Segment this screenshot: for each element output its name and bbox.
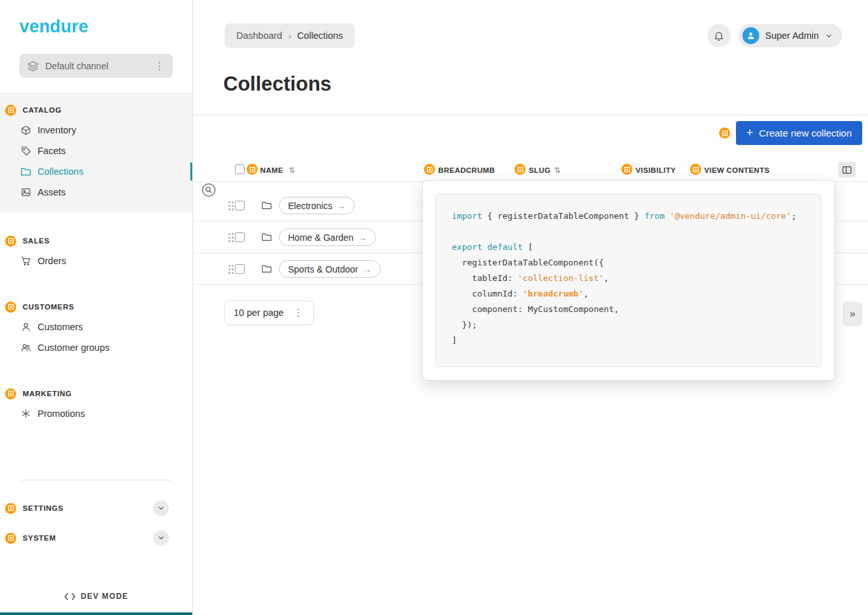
items-per-page-select[interactable]: 10 per page ⋮	[225, 300, 314, 325]
code-block: import { registerDataTableComponent } fr…	[436, 194, 821, 367]
channel-selector[interactable]: Default channel ⋮	[19, 54, 173, 78]
code-line: tableId: 'collection-list',	[452, 271, 821, 286]
code-token: [	[523, 242, 533, 252]
ui-extension-badge-icon[interactable]	[247, 164, 258, 175]
chevron-down-icon[interactable]	[153, 530, 169, 546]
sidebar-item-orders[interactable]: Orders	[0, 251, 192, 271]
column-header-slug[interactable]: SLUG	[529, 166, 551, 174]
sort-icon[interactable]: ⇅	[289, 166, 295, 175]
code-token: });	[452, 320, 477, 330]
channel-label: Default channel	[45, 61, 153, 71]
ui-extension-badge-icon[interactable]	[621, 164, 632, 175]
section-label: CUSTOMERS	[23, 303, 74, 311]
code-line: ]	[452, 333, 821, 348]
notifications-button[interactable]	[707, 24, 731, 47]
user-name: Super Admin	[765, 30, 819, 41]
sidebar-item-inventory[interactable]: Inventory	[0, 120, 192, 140]
asterisk-icon	[20, 408, 31, 419]
sidebar-item-label: Inventory	[38, 125, 76, 135]
sidebar-item-facets[interactable]: Facets	[0, 140, 192, 161]
section-label: SALES	[23, 237, 50, 245]
ui-extension-badge-icon[interactable]	[5, 236, 16, 247]
inventory-icon	[20, 125, 31, 136]
code-line	[452, 224, 821, 240]
image-icon	[20, 187, 31, 198]
column-header-name[interactable]: NAME	[260, 166, 283, 174]
chevron-down-icon[interactable]	[153, 500, 169, 516]
nav-section-marketing: MARKETING Promotions	[0, 380, 192, 432]
folder-icon	[262, 263, 272, 274]
select-all-checkbox[interactable]	[235, 164, 245, 174]
sidebar-nav: CATALOG Inventory Facets Collections Ass…	[0, 93, 192, 553]
bell-icon	[713, 30, 724, 41]
code-line: export default [	[452, 240, 821, 255]
sort-icon[interactable]: ⇅	[554, 166, 561, 175]
layers-icon	[27, 60, 39, 72]
code-line: import { registerDataTableComponent } fr…	[452, 208, 821, 224]
sidebar-item-customer-groups[interactable]: Customer groups	[0, 337, 192, 358]
drag-handle-icon[interactable]	[228, 232, 234, 243]
create-new-collection-button[interactable]: + Create new collection	[736, 121, 862, 145]
code-token: import	[452, 211, 482, 221]
plus-icon: +	[746, 126, 753, 140]
code-token: '@vendure/admin-ui/core'	[670, 211, 792, 221]
cart-icon	[20, 256, 31, 267]
ui-extension-badge-icon[interactable]	[5, 105, 16, 116]
ui-extension-badge-icon[interactable]	[515, 164, 526, 175]
sidebar-item-collections[interactable]: Collections	[0, 161, 192, 182]
nav-section-header-customers: CUSTOMERS	[0, 297, 192, 317]
user-menu[interactable]: Super Admin	[739, 24, 842, 47]
sidebar-item-promotions[interactable]: Promotions	[0, 403, 192, 424]
folder-icon	[262, 232, 272, 242]
collection-link[interactable]: Electronics →	[279, 197, 355, 214]
ui-extension-badge-icon[interactable]	[5, 503, 16, 514]
column-header-visibility: VISIBILITY	[636, 166, 676, 174]
pagination-next-button[interactable]: »	[843, 302, 862, 326]
select-row-checkbox[interactable]	[235, 264, 245, 274]
ui-extension-badge-icon[interactable]	[424, 164, 435, 175]
column-header-view-contents: VIEW CONTENTS	[704, 166, 770, 174]
sidebar-divider	[21, 480, 172, 480]
table-header-row: NAME ⇅ BREADCRUMB SLUG ⇅ VISIBILITY VIEW…	[193, 162, 868, 182]
nav-section-settings[interactable]: SETTINGS	[0, 493, 192, 523]
sidebar-item-label: Collections	[38, 166, 83, 177]
users-icon	[20, 342, 31, 353]
column-header-breadcrumb: BREADCRUMB	[438, 166, 495, 174]
select-row-checkbox[interactable]	[235, 201, 245, 210]
sidebar-item-assets[interactable]: Assets	[0, 182, 192, 203]
per-page-menu-icon[interactable]: ⋮	[291, 307, 305, 319]
breadcrumb-collections[interactable]: Collections	[297, 30, 343, 41]
nav-section-header-catalog: CATALOG	[0, 100, 192, 120]
collection-link[interactable]: Home & Garden →	[279, 229, 376, 246]
ui-extension-badge-icon[interactable]	[5, 388, 16, 399]
ui-extension-badge-icon[interactable]	[719, 128, 730, 139]
code-token: 'breadcrumb'	[523, 289, 584, 298]
ui-extension-badge-icon[interactable]	[5, 302, 16, 313]
sidebar-item-label: Orders	[38, 256, 66, 266]
sidebar-item-label: Promotions	[38, 408, 85, 419]
ui-extension-badge-icon[interactable]	[5, 533, 16, 544]
code-token: columnId:	[452, 289, 523, 298]
page-title: Collections	[223, 73, 331, 96]
create-collection-area: + Create new collection	[719, 121, 862, 145]
nav-section-system[interactable]: SYSTEM	[0, 523, 192, 553]
drag-handle-icon[interactable]	[228, 264, 234, 274]
breadcrumb-dashboard[interactable]: Dashboard	[236, 30, 282, 41]
ui-extension-badge-icon[interactable]	[690, 164, 701, 175]
channel-menu-icon[interactable]: ⋮	[153, 60, 166, 72]
section-label: SYSTEM	[23, 534, 56, 542]
code-brackets-icon	[64, 592, 76, 601]
code-token	[665, 211, 670, 221]
select-row-checkbox[interactable]	[235, 232, 245, 242]
sidebar-item-customers[interactable]: Customers	[0, 317, 192, 337]
code-line: columnId: 'breadcrumb',	[452, 286, 821, 302]
nav-section-catalog: CATALOG Inventory Facets Collections Ass…	[0, 93, 192, 213]
dev-mode-toggle[interactable]: DEV MODE	[0, 592, 192, 601]
column-picker-button[interactable]	[838, 162, 856, 177]
nav-section-sales: SALES Orders	[0, 227, 192, 279]
sidebar-item-label: Facets	[38, 146, 66, 156]
collection-link[interactable]: Sports & Outdoor →	[279, 260, 381, 278]
folder-icon	[262, 200, 272, 210]
drag-handle-icon[interactable]	[228, 201, 234, 211]
vendure-logo: vendure	[19, 17, 192, 37]
